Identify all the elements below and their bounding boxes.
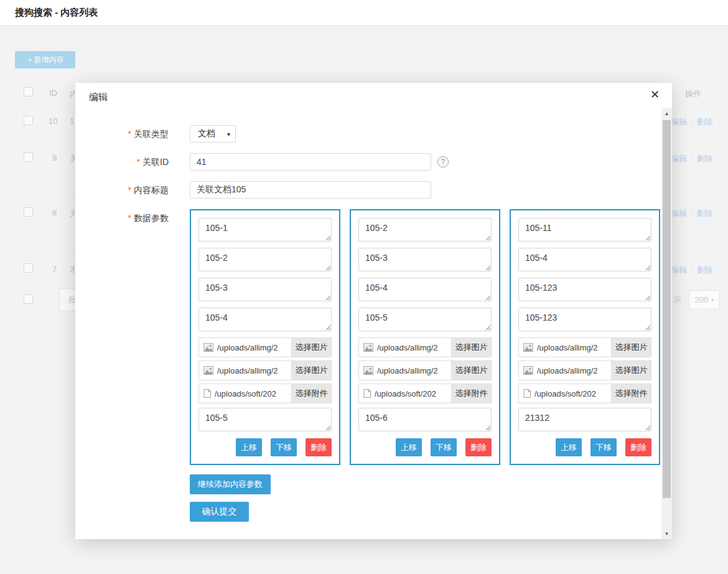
delete-panel-button[interactable]: 删除 — [625, 438, 651, 456]
page-header: 搜狗搜索 - 内容列表 — [0, 0, 728, 26]
modal-scrollbar[interactable]: ▲ ▼ — [661, 108, 672, 539]
edit-link[interactable]: 编辑 — [671, 209, 687, 218]
select-all-checkbox[interactable] — [24, 87, 33, 96]
submit-button[interactable]: 确认提交 — [190, 502, 249, 522]
param-textarea[interactable]: 21312 — [518, 408, 651, 431]
choose-image-button[interactable]: 选择图片 — [611, 337, 651, 357]
row-checkbox[interactable] — [24, 207, 33, 217]
file-path: /uploads/soft/202 — [375, 389, 451, 398]
image-upload-row: /uploads/allimg/2 选择图片 — [198, 337, 332, 357]
relation-type-select[interactable]: 文档 ▾ — [190, 125, 236, 143]
field-label-relation-id: *关联ID — [100, 153, 169, 171]
edit-link[interactable]: 编辑 — [671, 154, 687, 163]
image-icon — [203, 343, 213, 352]
row-title-fragment: 1 — [70, 116, 75, 126]
delete-link[interactable]: 删除 — [696, 117, 712, 126]
move-down-button[interactable]: 下移 — [271, 438, 297, 456]
image-icon — [523, 343, 533, 352]
row-checkbox[interactable] — [24, 263, 33, 273]
param-textarea[interactable]: 105-5 — [198, 408, 332, 431]
delete-panel-button[interactable]: 删除 — [306, 438, 332, 456]
image-upload-row: /uploads/allimg/2 选择图片 — [198, 360, 332, 380]
field-label-content-title: *内容标题 — [100, 181, 169, 199]
chevron-down-icon: ▾ — [227, 131, 230, 138]
add-content-button[interactable]: ＋新增内容 — [15, 51, 75, 68]
choose-attachment-button[interactable]: 选择附件 — [291, 383, 331, 403]
image-upload-row: /uploads/allimg/2 选择图片 — [518, 337, 651, 357]
scroll-down-icon[interactable]: ▼ — [661, 529, 672, 538]
relation-id-input[interactable] — [190, 153, 431, 171]
file-path: /uploads/allimg/2 — [217, 343, 291, 352]
choose-image-button[interactable]: 选择图片 — [291, 360, 331, 380]
choose-image-button[interactable]: 选择图片 — [291, 337, 331, 357]
row-actions: 编辑|删除 — [671, 208, 712, 219]
delete-link[interactable]: 删除 — [696, 209, 712, 218]
param-textarea[interactable]: 105-123 — [518, 278, 651, 301]
column-header-id: ID — [49, 88, 57, 98]
attachment-upload-row: /uploads/soft/202 选择附件 — [518, 383, 651, 403]
row-actions: 编辑|删除 — [671, 265, 712, 276]
param-textarea[interactable]: 105-4 — [358, 278, 492, 301]
file-path: /uploads/allimg/2 — [377, 343, 451, 352]
image-upload-row: /uploads/allimg/2 选择图片 — [518, 360, 651, 380]
image-icon — [203, 366, 213, 375]
param-textarea[interactable]: 105-2 — [358, 218, 492, 242]
move-up-button[interactable]: 上移 — [396, 438, 422, 456]
param-textarea[interactable]: 105-3 — [358, 248, 492, 271]
param-textarea[interactable]: 105-6 — [358, 408, 492, 431]
choose-image-button[interactable]: 选择图片 — [451, 337, 491, 357]
param-textarea[interactable]: 105-4 — [198, 308, 332, 331]
choose-image-button[interactable]: 选择图片 — [451, 360, 491, 380]
page-title: 搜狗搜索 - 内容列表 — [15, 7, 98, 19]
param-textarea[interactable]: 105-1 — [198, 218, 332, 242]
image-upload-row: /uploads/allimg/2 选择图片 — [358, 337, 492, 357]
move-up-button[interactable]: 上移 — [556, 438, 582, 456]
data-params-panel-3: 105-11 105-4 105-123 105-123 /uploads/al… — [510, 209, 660, 465]
file-path: /uploads/allimg/2 — [217, 366, 291, 375]
row-actions: 编辑|删除 — [671, 116, 712, 128]
param-textarea[interactable]: 105-4 — [518, 248, 651, 271]
param-textarea[interactable]: 105-11 — [518, 218, 651, 242]
delete-panel-button[interactable]: 删除 — [465, 438, 492, 456]
param-textarea[interactable]: 105-123 — [518, 308, 651, 331]
delete-link[interactable]: 删除 — [696, 154, 712, 163]
move-down-button[interactable]: 下移 — [590, 438, 617, 456]
edit-form: *关联类型 文档 ▾ *关联ID ? *内容标题 *数据参数 105-1 105… — [75, 103, 672, 522]
file-icon — [203, 389, 211, 398]
content-title-input[interactable] — [190, 181, 431, 199]
file-path: /uploads/allimg/2 — [537, 343, 611, 352]
scroll-up-icon[interactable]: ▲ — [661, 109, 672, 118]
row-title-fragment: 关 — [70, 208, 75, 219]
attachment-upload-row: /uploads/soft/202 选择附件 — [358, 383, 492, 403]
row-checkbox[interactable] — [24, 116, 33, 125]
add-more-params-button[interactable]: 继续添加内容参数 — [190, 474, 271, 494]
choose-attachment-button[interactable]: 选择附件 — [451, 383, 491, 403]
edit-link[interactable]: 编辑 — [671, 265, 687, 275]
choose-attachment-button[interactable]: 选择附件 — [611, 383, 651, 403]
move-up-button[interactable]: 上移 — [236, 438, 262, 456]
param-textarea[interactable]: 105-3 — [198, 278, 332, 301]
page-size-select[interactable]: 200 ▾ — [689, 290, 720, 309]
file-path: /uploads/soft/202 — [215, 389, 291, 398]
data-params-panel-1: 105-1 105-2 105-3 105-4 /uploads/allimg/… — [190, 209, 340, 465]
param-textarea[interactable]: 105-5 — [358, 308, 492, 331]
delete-link[interactable]: 删除 — [696, 265, 712, 275]
scrollbar-thumb[interactable] — [663, 120, 671, 498]
help-icon[interactable]: ? — [437, 156, 449, 167]
data-params-panel-2: 105-2 105-3 105-4 105-5 /uploads/allimg/… — [350, 209, 500, 465]
dialog-title: 编辑 — [89, 92, 108, 102]
param-textarea[interactable]: 105-2 — [198, 248, 332, 271]
row-id: 8 — [52, 208, 57, 217]
row-title-fragment: 不 — [70, 265, 75, 276]
edit-link[interactable]: 编辑 — [671, 117, 687, 126]
chevron-down-icon: ▾ — [711, 297, 714, 303]
file-path: /uploads/allimg/2 — [377, 366, 451, 375]
choose-image-button[interactable]: 选择图片 — [611, 360, 651, 380]
row-checkbox[interactable] — [24, 153, 33, 162]
close-icon[interactable]: ✕ — [650, 89, 660, 100]
file-path: /uploads/soft/202 — [534, 389, 611, 398]
batch-select-checkbox[interactable] — [24, 294, 33, 304]
file-icon — [523, 389, 531, 398]
file-path: /uploads/allimg/2 — [537, 366, 611, 375]
move-down-button[interactable]: 下移 — [431, 438, 457, 456]
